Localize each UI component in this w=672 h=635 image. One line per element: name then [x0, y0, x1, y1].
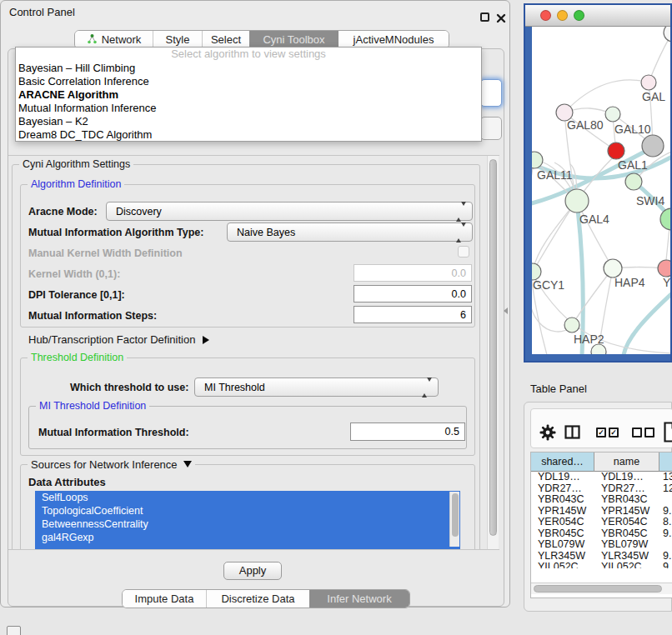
algorithm-option[interactable]: Bayesian – Hill Climbing: [16, 62, 481, 75]
zoom-button[interactable]: [574, 10, 584, 21]
dpi-tolerance-field[interactable]: 0.0: [354, 285, 472, 302]
algorithm-option[interactable]: Dream8 DC_TDC Algorithm: [16, 128, 481, 142]
group-title: MI Threshold Definition: [36, 400, 149, 412]
node-salmon[interactable]: [658, 260, 672, 277]
scrollbar-thumb[interactable]: [452, 493, 459, 537]
node-partial-top[interactable]: [664, 27, 672, 42]
tab-infer-network[interactable]: Infer Network: [309, 590, 409, 608]
algorithm-option[interactable]: Mutual Information Inference: [16, 102, 481, 115]
node-label: Y: [663, 276, 671, 289]
close-button[interactable]: [540, 10, 551, 21]
node-gal4[interactable]: [565, 189, 589, 212]
table-cell: 13: [659, 472, 672, 483]
network-edge[interactable]: [572, 268, 613, 325]
scrollbar-thumb[interactable]: [489, 159, 497, 536]
data-attributes-label: Data Attributes: [28, 476, 106, 488]
table-row[interactable]: YDL19…YDL19…13: [531, 472, 672, 483]
tab-select[interactable]: Select: [202, 31, 249, 48]
table-row[interactable]: YDR27…YDR27…12: [531, 483, 672, 495]
dpi-tolerance-label: DPI Tolerance [0,1]:: [28, 289, 125, 301]
tab-style[interactable]: Style: [153, 31, 202, 48]
table-row[interactable]: YIL052CYIL052C9.: [531, 562, 672, 568]
table-row[interactable]: YPR145WYPR145W9.: [531, 506, 672, 518]
algorithm-option[interactable]: Bayesian – K2: [16, 115, 481, 128]
network-canvas[interactable]: GALGAL80GAL10GAL1GAL11SWI4GAL4HAP4YGCY1H…: [532, 27, 672, 354]
tab-jactivemnodules[interactable]: jActiveMNodules: [339, 31, 449, 48]
unchecked-checkbox-icon[interactable]: [644, 428, 654, 438]
tab-label: Impute Data: [135, 592, 194, 605]
mi-threshold-label: Mutual Information Threshold:: [38, 427, 189, 438]
table-row[interactable]: YLR345WYLR345W9.: [531, 551, 672, 562]
table-cell: YBR043C: [531, 494, 594, 506]
algorithm-option[interactable]: ARACNE Algorithm: [16, 88, 481, 102]
network-window-titlebar[interactable]: [525, 5, 670, 27]
apply-button[interactable]: Apply: [223, 562, 282, 580]
node-gal10[interactable]: [605, 107, 620, 122]
combobox-value: Naive Bayes: [237, 227, 295, 238]
checked-checkbox-icon[interactable]: ✓: [596, 428, 606, 438]
tab-impute-data[interactable]: Impute Data: [123, 590, 206, 608]
node-green-right[interactable]: [660, 208, 672, 230]
table-row[interactable]: YER054CYER054C8.: [531, 517, 672, 528]
column-header-partial[interactable]: [659, 452, 672, 472]
minimized-panel-icon[interactable]: [7, 626, 21, 635]
attribute-list-item[interactable]: SelfLoops: [35, 491, 460, 504]
algorithm-dropdown-placeholder: Select algorithm to view settings: [16, 48, 481, 62]
network-edge[interactable]: [624, 293, 672, 354]
column-header-shared-name[interactable]: shared…: [531, 452, 594, 472]
bottom-tabbar: Impute Data Discretize Data Infer Networ…: [122, 589, 410, 608]
table-row[interactable]: YBR043CYBR043C: [531, 494, 672, 506]
chevron-down-icon[interactable]: [183, 461, 192, 468]
node-hap4[interactable]: [604, 259, 622, 278]
attributes-list-scrollbar[interactable]: [449, 492, 459, 547]
combobox-arrows-icon: [456, 206, 466, 218]
node-bottom[interactable]: [591, 344, 606, 354]
algorithm-option[interactable]: Basic Correlation Inference: [16, 75, 481, 88]
node-hap2[interactable]: [564, 318, 579, 332]
mi-steps-field[interactable]: 6: [354, 306, 472, 323]
network-graph[interactable]: GALGAL80GAL10GAL1GAL11SWI4GAL4HAP4YGCY1H…: [532, 27, 672, 354]
node-gal1[interactable]: [608, 142, 624, 159]
checked-checkbox-icon[interactable]: ✓: [609, 428, 619, 438]
unchecked-checkbox-icon[interactable]: [632, 428, 642, 438]
minimize-button[interactable]: [557, 10, 568, 21]
node-gray[interactable]: [642, 135, 664, 157]
table-cell: [659, 494, 672, 506]
mi-algorithm-type-label: Mutual Information Algorithm Type:: [28, 227, 203, 238]
mi-threshold-field[interactable]: 0.5: [350, 422, 465, 441]
which-threshold-combobox[interactable]: MI Threshold: [194, 378, 439, 397]
close-icon[interactable]: [496, 12, 506, 22]
table-cell: YLR345W: [531, 551, 594, 562]
node-gcy1[interactable]: [532, 263, 541, 280]
attribute-list-item[interactable]: gal4RGexp: [35, 531, 460, 544]
network-edge[interactable]: [533, 202, 575, 272]
network-edge[interactable]: [564, 80, 649, 112]
node-swi4[interactable]: [625, 173, 642, 190]
column-layout-icon[interactable]: [564, 425, 580, 442]
float-window-icon[interactable]: [480, 12, 489, 22]
column-header-name[interactable]: name: [594, 452, 659, 472]
table-cell: YDR27…: [594, 483, 659, 495]
hub-transcription-factor-expander[interactable]: Hub/Transcription Factor Definition: [28, 333, 209, 346]
gear-icon[interactable]: [539, 424, 556, 444]
network-edge[interactable]: [532, 160, 547, 354]
aracne-mode-combobox[interactable]: Discovery: [106, 202, 473, 221]
mi-algorithm-type-combobox[interactable]: Naive Bayes: [227, 222, 473, 242]
table-horizontal-scrollbar[interactable]: [531, 582, 672, 594]
file-icon[interactable]: [664, 422, 672, 446]
tab-cyni-toolbox[interactable]: Cyni Toolbox: [249, 31, 339, 48]
scrollbar-thumb[interactable]: [534, 585, 662, 592]
data-attributes-list[interactable]: SelfLoopsTopologicalCoefficientBetweenne…: [35, 491, 460, 549]
settings-vertical-scrollbar[interactable]: [487, 156, 499, 549]
table-cell: 9.: [659, 528, 672, 540]
attribute-list-item[interactable]: BetweennessCentrality: [35, 518, 460, 531]
attribute-list-item[interactable]: TopologicalCoefficient: [35, 504, 460, 518]
tab-discretize-data[interactable]: Discretize Data: [206, 590, 309, 608]
node-gal-partial[interactable]: [641, 75, 656, 90]
aracne-mode-label: Aracne Mode:: [28, 206, 98, 218]
table-row[interactable]: YBL079WYBL079W: [531, 539, 672, 551]
tab-network[interactable]: Network: [75, 31, 153, 48]
table-row[interactable]: YBR045CYBR045C9.: [531, 528, 672, 540]
panel-splitter-handle[interactable]: [504, 308, 508, 314]
network-view-window: GALGAL80GAL10GAL1GAL11SWI4GAL4HAP4YGCY1H…: [524, 3, 672, 362]
